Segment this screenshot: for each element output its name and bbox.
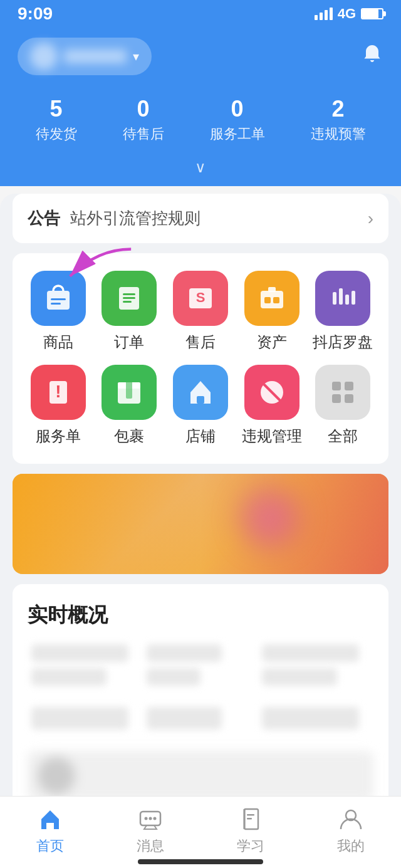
violation-icon-box	[244, 365, 299, 420]
svg-rect-14	[339, 288, 343, 305]
store-selector[interactable]: ▾	[18, 38, 152, 75]
nav-label-home: 首页	[36, 837, 64, 855]
chevron-down-icon: ▾	[133, 49, 139, 64]
svg-rect-16	[352, 291, 355, 305]
svg-rect-13	[333, 292, 336, 305]
icon-label-shop: 店铺	[185, 426, 216, 446]
icon-label-compass: 抖店罗盘	[313, 332, 373, 352]
blur-avatar	[38, 757, 75, 795]
blur-data-4	[147, 668, 200, 686]
compass-icon-box	[315, 271, 370, 326]
nav-label-learn: 学习	[237, 837, 264, 855]
realtime-row-1	[28, 644, 373, 692]
blur-item-5	[147, 707, 254, 736]
svg-rect-37	[247, 818, 252, 820]
icon-label-all: 全部	[328, 426, 358, 446]
stat-violation[interactable]: 2 违规预警	[311, 95, 366, 144]
icon-grid: 商品 订单 S	[13, 253, 388, 464]
icon-item-product[interactable]: 商品	[27, 271, 90, 352]
person-nav-icon	[337, 805, 365, 833]
blur-data-3	[147, 644, 222, 662]
announcement-tag: 公告	[28, 207, 60, 229]
blur-item-1	[31, 644, 139, 692]
svg-rect-27	[332, 394, 341, 403]
stat-number-4: 2	[311, 95, 366, 122]
svg-text:!: !	[55, 382, 61, 401]
icon-item-all[interactable]: 全部	[311, 365, 374, 446]
blur-data-2	[31, 668, 107, 686]
icon-label-service: 服务单	[36, 426, 81, 446]
bell-icon[interactable]	[361, 43, 383, 71]
asset-icon-box	[244, 271, 299, 326]
svg-rect-21	[126, 381, 132, 399]
battery-icon	[361, 8, 383, 19]
blur-item-3	[262, 644, 370, 692]
icon-label-violation: 违规管理	[242, 426, 302, 446]
service-icon-box: !	[31, 365, 86, 420]
nav-item-learn[interactable]: 学习	[237, 805, 264, 855]
icon-item-package[interactable]: 包裹	[98, 365, 160, 446]
status-time: 9:09	[18, 4, 53, 24]
chevron-down-expand-icon: ∨	[195, 159, 206, 175]
expand-indicator[interactable]: ∨	[0, 159, 401, 186]
stat-service-order[interactable]: 0 服务工单	[210, 95, 265, 144]
package-icon-box	[102, 365, 157, 420]
svg-point-31	[145, 817, 148, 820]
stat-pending-ship[interactable]: 5 待发货	[36, 95, 77, 144]
icon-label-product: 商品	[43, 332, 73, 352]
icon-item-service[interactable]: ! 服务单	[27, 365, 90, 446]
icon-item-order[interactable]: 订单	[98, 271, 160, 352]
stats-row: 5 待发货 0 待售后 0 服务工单 2 违规预警	[0, 88, 401, 159]
svg-point-32	[149, 817, 152, 820]
icon-item-violation[interactable]: 违规管理	[241, 365, 303, 446]
bottom-navigation: 首页 消息 学习	[0, 796, 401, 868]
icon-item-compass[interactable]: 抖店罗盘	[311, 271, 374, 352]
announcement-bar[interactable]: 公告 站外引流管控规则 ›	[13, 194, 388, 243]
stat-label-4: 违规预警	[311, 125, 366, 144]
stat-number-2: 0	[123, 95, 164, 122]
stat-pending-after[interactable]: 0 待售后	[123, 95, 164, 144]
icon-row-1: 商品 订单 S	[23, 271, 378, 352]
order-icon-box	[102, 271, 157, 326]
icon-item-shop[interactable]: 店铺	[169, 365, 232, 446]
svg-rect-15	[345, 295, 349, 305]
icon-item-aftersale[interactable]: S 售后	[169, 271, 232, 352]
icon-label-package: 包裹	[114, 426, 144, 446]
network-type: 4G	[338, 6, 356, 22]
message-nav-icon	[137, 805, 164, 833]
signal-icon	[315, 8, 333, 20]
svg-rect-26	[345, 382, 353, 390]
nav-item-mine[interactable]: 我的	[337, 805, 365, 855]
main-content: 公告 站外引流管控规则 › 商品	[0, 194, 401, 868]
status-bar: 9:09 4G	[0, 0, 401, 28]
svg-rect-22	[197, 396, 204, 404]
svg-rect-12	[273, 297, 279, 303]
status-icons: 4G	[315, 6, 383, 22]
blur-bottom-content	[28, 751, 373, 801]
svg-rect-11	[264, 297, 271, 303]
icon-row-2: ! 服务单 包裹	[23, 365, 378, 446]
svg-text:S: S	[196, 290, 206, 305]
all-icon-box	[315, 365, 370, 420]
svg-rect-36	[247, 814, 254, 816]
stat-number-1: 5	[36, 95, 77, 122]
blur-data-6	[262, 668, 337, 686]
product-icon-box	[31, 271, 86, 326]
svg-rect-10	[268, 287, 276, 292]
store-name	[64, 50, 127, 63]
home-nav-icon	[36, 805, 64, 833]
banner-overlay	[13, 474, 388, 574]
blur-data-1	[31, 644, 128, 662]
nav-item-home[interactable]: 首页	[36, 805, 64, 855]
icon-item-asset[interactable]: 资产	[241, 271, 303, 352]
svg-rect-6	[123, 301, 132, 303]
stat-label-1: 待发货	[36, 125, 77, 144]
promo-banner[interactable]	[13, 474, 388, 574]
stat-number-3: 0	[210, 95, 265, 122]
nav-item-message[interactable]: 消息	[137, 805, 164, 855]
stat-label-2: 待售后	[123, 125, 164, 144]
svg-point-33	[154, 817, 157, 820]
blur-data-8	[147, 707, 222, 729]
svg-rect-4	[123, 293, 135, 295]
banner-decoration	[238, 486, 301, 549]
